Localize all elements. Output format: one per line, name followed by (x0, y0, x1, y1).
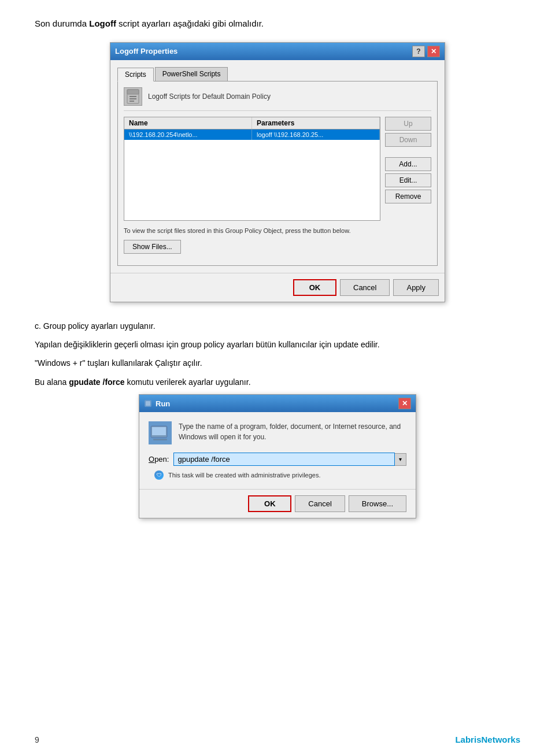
logoff-dialog-body: Scripts PowerShell Scripts (110, 60, 445, 273)
section-label: c. (35, 321, 41, 331)
run-input[interactable] (173, 453, 395, 466)
logoff-titlebar: Logoff Properties ? ✕ (110, 43, 445, 60)
run-ok-button[interactable]: OK (248, 495, 291, 512)
logoff-tabs: Scripts PowerShell Scripts (117, 67, 438, 81)
table-row[interactable]: \\192.168.20.254\netlo... logoff \\192.1… (124, 129, 380, 140)
run-cancel-button[interactable]: Cancel (295, 495, 345, 512)
body-text3: Bu alana gpudate /force komutu verilerek… (35, 376, 520, 388)
section-c-text: c. Group policy ayarları uygulanır. (35, 320, 520, 332)
add-button[interactable]: Add... (385, 157, 431, 171)
run-titlebar: Run ✕ (139, 395, 416, 412)
help-button[interactable]: ? (412, 46, 425, 57)
footer-text: To view the script files stored in this … (124, 227, 431, 235)
logoff-header: Logoff Scripts for Default Domain Policy (124, 87, 431, 111)
page-number: 9 (35, 735, 39, 744)
logoff-dialog: Logoff Properties ? ✕ Scripts PowerShell… (110, 42, 445, 302)
scripts-table: Name Parameters \\192.168.20.254\netlo..… (124, 117, 380, 221)
close-button[interactable]: ✕ (427, 46, 440, 57)
svg-rect-8 (152, 427, 166, 435)
body-text1: Yapılan değişikliklerin geçerli olması i… (35, 338, 520, 351)
body-text3-before: Bu alana (35, 377, 69, 387)
run-footer: OK Cancel Browse... (139, 489, 416, 518)
run-browse-button[interactable]: Browse... (349, 495, 406, 512)
run-open-row: Open: ▾ (149, 453, 406, 466)
run-close-button[interactable]: ✕ (398, 398, 411, 409)
run-body: Type the name of a program, folder, docu… (139, 412, 416, 489)
row-name: \\192.168.20.254\netlo... (124, 129, 252, 140)
logoff-title: Logoff Properties (115, 47, 177, 55)
run-titlebar-icon (144, 399, 152, 407)
run-desc: Type the name of a program, folder, docu… (179, 421, 406, 442)
branding: LabrisNetworks (455, 735, 520, 744)
remove-button[interactable]: Remove (385, 190, 431, 203)
script-icon (124, 87, 142, 106)
body-text2: "Windows + r" tuşları kullanılarak Çalış… (35, 357, 520, 369)
run-title: Run (156, 399, 170, 408)
up-button[interactable]: Up (385, 117, 431, 131)
svg-rect-9 (153, 439, 167, 440)
run-dialog-wrapper: Run ✕ Type the name of a progr (35, 394, 520, 518)
run-admin-row: 🛡 This task will be created with adminis… (154, 470, 406, 480)
run-input-wrapper: ▾ (173, 453, 406, 466)
run-dialog: Run ✕ Type the name of a progr (139, 394, 416, 518)
run-open-label: Open: (149, 455, 169, 464)
col-name-header: Name (124, 117, 252, 129)
intro-text-after: script ayarları aşağıdaki gibi olmalıdır… (116, 18, 264, 28)
run-open-label-text: pen: (154, 455, 169, 464)
side-buttons: Up Down Add... Edit... Remove (385, 117, 431, 221)
shield-icon: 🛡 (154, 470, 164, 480)
col-params-header: Parameters (252, 117, 380, 129)
svg-rect-6 (146, 401, 150, 406)
svg-rect-1 (127, 90, 139, 94)
cancel-button[interactable]: Cancel (340, 279, 390, 296)
logoff-dialog-footer: OK Cancel Apply (110, 273, 445, 302)
ok-button[interactable]: OK (293, 279, 336, 296)
run-icon (149, 421, 172, 444)
body-text3-bold: gpudate /force (69, 377, 124, 387)
run-header-section: Type the name of a program, folder, docu… (149, 421, 406, 444)
intro-text-before: Son durumda (35, 18, 89, 28)
tab-content: Logoff Scripts for Default Domain Policy… (117, 81, 438, 266)
body-text3-after: komutu verilerek ayarlar uygulanır. (125, 377, 251, 387)
tab-scripts[interactable]: Scripts (117, 68, 154, 81)
run-admin-text: This task will be created with administr… (168, 472, 321, 479)
down-button[interactable]: Down (385, 133, 431, 147)
logoff-dialog-wrapper: Logoff Properties ? ✕ Scripts PowerShell… (35, 42, 520, 302)
page-footer: 9 LabrisNetworks (0, 735, 555, 744)
row-params: logoff \\192.168.20.25... (252, 129, 380, 140)
intro-paragraph: Son durumda Logoff script ayarları aşağı… (35, 17, 520, 31)
edit-button[interactable]: Edit... (385, 173, 431, 187)
run-dropdown-button[interactable]: ▾ (395, 453, 406, 466)
logoff-header-text: Logoff Scripts for Default Domain Policy (148, 92, 271, 101)
scripts-table-container: Name Parameters \\192.168.20.254\netlo..… (124, 117, 431, 221)
intro-bold: Logoff (89, 18, 116, 28)
apply-button[interactable]: Apply (393, 279, 439, 296)
section-text: Group policy ayarları uygulanır. (43, 321, 156, 331)
scripts-table-header: Name Parameters (124, 117, 380, 129)
show-files-button[interactable]: Show Files... (124, 240, 181, 254)
tab-powershell-scripts[interactable]: PowerShell Scripts (155, 67, 228, 81)
